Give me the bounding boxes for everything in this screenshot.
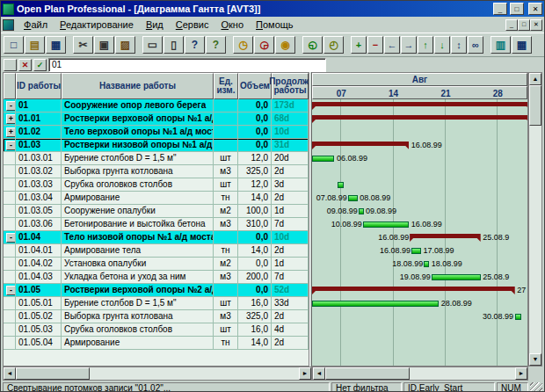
collapse-icon[interactable]: - [6, 233, 16, 243]
context-help-button[interactable]: ? [206, 36, 226, 54]
table-scroll-right-button[interactable]: ► [299, 367, 311, 380]
gantt-scroll-track[interactable] [410, 367, 515, 380]
table-scroll-left-button[interactable]: ◄ [4, 367, 16, 380]
minimize-button[interactable]: _ [493, 3, 507, 15]
child-minimize-button[interactable]: _ [505, 19, 518, 31]
paste-button[interactable]: ▨ [115, 36, 135, 54]
link-button[interactable]: ∞ [468, 36, 483, 54]
gantt-horizontal-scrollbar[interactable]: ◄ ► [312, 367, 528, 381]
menu-item-0[interactable]: Файл [18, 18, 54, 31]
baseline-button[interactable]: ◴ [323, 36, 344, 54]
cost-analysis-button[interactable]: ◉ [275, 36, 295, 54]
move-up-button[interactable]: ↑ [418, 36, 433, 54]
table-row[interactable]: -01.03Ростверки низовой опоры №1 а/д м0,… [4, 139, 309, 152]
table-horizontal-scrollbar[interactable]: ◄ ► [3, 367, 312, 381]
task-bar[interactable] [432, 274, 481, 280]
table-row[interactable]: -01.04Тело низовой опоры №1 а/д моста0,0… [4, 231, 309, 244]
spreadsheet-view-button[interactable]: ▦ [512, 36, 532, 54]
table-row[interactable]: +01.01Ростверки верховой опоры №1 а/д0,0… [4, 113, 309, 126]
print-button[interactable]: ▭ [142, 36, 163, 54]
cancel-edit-button[interactable]: ✕ [18, 59, 32, 71]
menu-item-2[interactable]: Вид [140, 18, 170, 31]
table-scroll-track[interactable] [90, 367, 299, 380]
table-scroll-thumb[interactable] [16, 367, 90, 380]
task-bar[interactable] [359, 208, 364, 214]
resize-grip[interactable] [530, 382, 542, 392]
copy-button[interactable]: ▣ [94, 36, 114, 54]
table-row[interactable]: 01.03.06Бетонирование и выстойка бетонам… [4, 218, 309, 231]
table-row[interactable]: 01.03.02Выборка грунта котлованам3325,02… [4, 165, 309, 178]
vertical-scrollbar[interactable]: ▲ ▼ [528, 72, 542, 367]
cell-edit-input[interactable] [48, 58, 326, 72]
scroll-down-button[interactable]: ▼ [529, 353, 541, 366]
summary-bar[interactable] [312, 115, 527, 123]
table-row[interactable]: 01.03.04Армированиетн14,02d [4, 192, 309, 205]
document-icon[interactable] [3, 19, 14, 31]
task-bar[interactable] [348, 195, 358, 201]
child-close-button[interactable]: ✕ [530, 19, 542, 31]
vertical-scroll-track[interactable] [529, 126, 541, 353]
collapse-icon[interactable]: - [6, 101, 16, 111]
activity-id: 01 [16, 99, 62, 113]
table-row[interactable]: -01Сооружение опор левого берега0,0173d [4, 99, 309, 113]
task-bar[interactable] [424, 261, 429, 267]
confirm-edit-button[interactable]: ✓ [33, 59, 47, 71]
expand-collapse-button[interactable]: ↕ [451, 36, 467, 54]
indent-button[interactable]: → [401, 36, 417, 54]
close-button[interactable]: ✕ [528, 3, 542, 15]
outdent-button[interactable]: ← [384, 36, 400, 54]
move-down-button[interactable]: ↓ [434, 36, 450, 54]
open-button[interactable]: ▤ [25, 36, 45, 54]
vertical-scroll-thumb[interactable] [529, 85, 541, 126]
task-bar[interactable] [312, 301, 439, 307]
summary-bar[interactable] [312, 142, 409, 149]
menu-item-4[interactable]: Окно [214, 18, 250, 31]
table-row[interactable]: 01.04.01Армирование телатн14,02d [4, 244, 309, 258]
add-activity-button[interactable]: + [351, 36, 367, 54]
collapse-icon[interactable]: - [6, 286, 16, 295]
gantt-scroll-thumb[interactable] [325, 367, 410, 380]
help-button[interactable]: ? [185, 36, 205, 54]
save-button[interactable]: ▦ [46, 36, 66, 54]
delete-activity-button[interactable]: − [367, 36, 383, 54]
table-row[interactable]: 01.03.05Сооружение опалубким2100,01d [4, 205, 309, 218]
time-analysis-button[interactable]: ◷ [233, 36, 253, 54]
menu-item-1[interactable]: Редактирование [54, 18, 140, 31]
maximize-button[interactable]: □ [510, 3, 524, 15]
table-row[interactable]: 01.04.02Установка опалубким20,01d [4, 258, 309, 271]
summary-bar[interactable] [410, 234, 481, 242]
collapse-icon[interactable]: - [6, 141, 16, 150]
scroll-up-button[interactable]: ▲ [529, 73, 541, 85]
edit-selector-button[interactable] [4, 59, 17, 71]
gantt-row: 06.08.99 [312, 152, 527, 165]
cut-button[interactable]: ✂ [73, 36, 93, 54]
task-bar[interactable] [312, 156, 334, 162]
menu-item-3[interactable]: Сервис [170, 18, 215, 31]
gantt-scroll-left-button[interactable]: ◄ [313, 367, 325, 380]
task-bar[interactable] [338, 182, 345, 188]
table-row[interactable]: 01.03.03Срубка оголовков столбовшт12,03d [4, 178, 309, 192]
child-restore-button[interactable]: □ [518, 19, 530, 31]
table-row[interactable]: 01.05.01Бурение столбов D = 1,5 м"шт16,0… [4, 297, 309, 310]
table-row[interactable]: 01.05.02Выборка грунта котлованам3325,02… [4, 310, 309, 323]
gantt-scroll-right-button[interactable]: ► [515, 367, 527, 380]
new-button[interactable]: □ [4, 36, 24, 54]
table-row[interactable]: 01.04.03Укладка бетона и уход за нимм320… [4, 271, 309, 284]
print-preview-button[interactable]: ▯ [164, 36, 184, 54]
resource-analysis-button[interactable]: ◶ [254, 36, 274, 54]
table-row[interactable]: 01.03.01Бурение столбов D = 1,5 м"шт12,0… [4, 152, 309, 165]
table-row[interactable]: +01.02Тело верховой опоры №1 а/д моста0,… [4, 126, 309, 139]
summary-bar[interactable] [312, 287, 515, 294]
expand-icon[interactable]: + [6, 114, 16, 124]
gantt-view-button[interactable]: ▥ [490, 36, 511, 54]
task-bar[interactable] [363, 221, 410, 228]
task-bar[interactable] [515, 314, 521, 320]
summary-bar[interactable] [312, 102, 527, 110]
table-row[interactable]: -01.05Ростверки верховой опоры №2 а/д0,0… [4, 284, 309, 297]
task-bar[interactable] [411, 248, 421, 254]
menu-item-5[interactable]: Помощь [250, 18, 300, 31]
expand-icon[interactable]: + [6, 127, 16, 137]
table-row[interactable]: 01.05.04Армированиетн14,02d [4, 337, 309, 350]
table-row[interactable]: 01.05.03Срубка оголовков столбовшт16,04d [4, 323, 309, 337]
schedule-button[interactable]: ◵ [302, 36, 323, 54]
